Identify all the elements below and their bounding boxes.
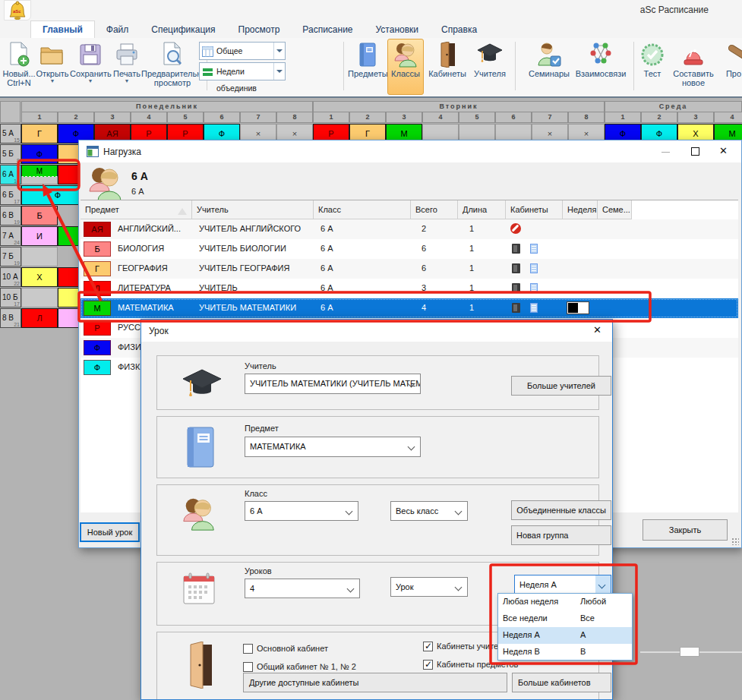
class-row-header[interactable]: 6 В19 — [0, 206, 21, 225]
maximize-button[interactable] — [680, 140, 710, 162]
lesson-close-button[interactable] — [583, 320, 613, 342]
generate-button[interactable]: Составить новое — [668, 40, 718, 87]
subject-combo[interactable]: МАТЕМАТИКА — [245, 437, 421, 457]
class-row-header[interactable]: 10 А22 — [0, 267, 21, 287]
open-dropdown-arrow[interactable]: ▼ — [35, 78, 70, 84]
class-row-header[interactable]: 6 А14 — [0, 165, 21, 184]
new-group-button[interactable]: Новая группа — [511, 525, 611, 545]
other-rooms-button[interactable]: Другие доступные кабинеты — [243, 673, 507, 692]
resize-grip[interactable] — [731, 538, 739, 545]
week-option-1[interactable]: Любая неделяЛюбой — [498, 594, 632, 610]
table-row[interactable]: ГГЕОГРАФИЯУЧИТЕЛЬ ГЕОГРАФИЯ6 А61 — [81, 259, 738, 279]
whole-class-combo[interactable]: Весь класс — [390, 501, 468, 521]
lesson-type-combo[interactable]: Урок — [390, 577, 468, 597]
relations-molecule-icon — [573, 40, 629, 69]
relations-button[interactable]: Взаимосвязи — [573, 40, 629, 78]
class-group: Класс 6 А Весь класс Объединенные классы… — [156, 484, 599, 556]
close-button[interactable] — [709, 140, 740, 162]
splitter-handle[interactable] — [680, 647, 699, 657]
teacher-combo[interactable]: УЧИТЕЛЬ МАТЕМАТИКИ (УЧИТЕЛЬ МАТЕМ — [245, 374, 421, 394]
pro-button[interactable]: Про — [718, 40, 742, 78]
column-header-4[interactable]: Всего — [411, 200, 458, 219]
timetable-cell[interactable]: Г — [21, 124, 58, 143]
teachers-button[interactable]: Учителя — [471, 40, 509, 78]
column-header-2[interactable]: Учитель — [192, 200, 314, 219]
column-header-7[interactable]: Неделя — [563, 200, 598, 219]
class-row-header[interactable]: 5 Б8 — [0, 144, 21, 164]
view-mode-dropdown-arrow[interactable] — [273, 43, 285, 59]
period-number: 4 — [422, 112, 459, 123]
table-row[interactable]: ББИОЛОГИЯУЧИТЕЛЬ БИОЛОГИИ6 А61 — [81, 239, 738, 259]
table-row[interactable]: ЛЛИТЕРАТУРАУЧИТЕЛЬ6 А31 — [81, 279, 738, 298]
weeks-dropdown-arrow[interactable] — [273, 63, 285, 80]
close-dialog-button[interactable]: Закрыть — [643, 519, 728, 541]
class-row-header[interactable]: 5 А15 — [0, 124, 21, 143]
table-row-selected[interactable]: ММАТЕМАТИКАУЧИТЕЛЬ МАТЕМАТИКИ6 А41 — [81, 298, 738, 318]
menu-tab-1[interactable]: Главный — [30, 20, 95, 38]
timetable-cell[interactable]: Б — [21, 206, 58, 225]
timetable-cell[interactable]: И — [21, 226, 58, 246]
classes-button[interactable]: Классы — [389, 40, 422, 78]
print-button[interactable]: Печать ▼ — [111, 40, 143, 84]
load-dialog-titlebar[interactable]: Нагрузка — [79, 140, 741, 162]
save-dropdown-arrow[interactable]: ▼ — [70, 78, 111, 84]
week-option-3[interactable]: Неделя АА — [498, 627, 632, 644]
column-header-6[interactable]: Кабинеты — [506, 200, 563, 219]
lesson-dialog-titlebar[interactable]: Урок — [141, 320, 612, 342]
lessons-count-combo[interactable]: 4 — [245, 579, 360, 598]
period-number: 4 — [714, 112, 742, 123]
column-header-3[interactable]: Класс — [314, 200, 411, 219]
weeks-mode-combo[interactable]: Недели объединив — [199, 62, 286, 80]
joined-classes-button[interactable]: Объединенные классы — [511, 500, 611, 520]
cell-total: 2 — [422, 224, 426, 233]
class-row-header[interactable]: 6 Б17 — [0, 185, 21, 205]
seminars-button[interactable]: Семинары — [526, 40, 573, 78]
menu-tab-3[interactable]: Спецификация — [140, 21, 226, 38]
new-button[interactable]: Новый... Ctrl+N — [2, 40, 36, 87]
test-button[interactable]: Тест — [638, 40, 667, 78]
rooms-button[interactable]: Кабинеты — [425, 40, 469, 78]
menu-tab-2[interactable]: Файл — [95, 21, 141, 38]
timetable-cell-week-b[interactable] — [21, 177, 58, 184]
open-folder-icon — [35, 40, 70, 69]
save-button[interactable]: Сохранить ▼ — [70, 40, 111, 84]
column-header-8[interactable]: Семе... — [598, 200, 632, 219]
week-option-4[interactable]: Неделя ВВ — [498, 644, 632, 661]
more-rooms-button[interactable]: Больше кабинетов — [512, 673, 611, 692]
subject-color-badge: М — [84, 301, 111, 316]
class-row-header[interactable]: 7 А24 — [0, 226, 21, 246]
timetable-cell[interactable]: Х — [21, 267, 58, 287]
week-option-name: Неделя А — [503, 630, 540, 639]
menu-tab-6[interactable]: Установки — [365, 21, 430, 38]
subjects-button[interactable]: Предметы — [348, 40, 387, 78]
lesson-dialog-title: Урок — [149, 326, 169, 336]
class-combo[interactable]: 6 А — [245, 501, 358, 521]
menu-tab-7[interactable]: Справка — [430, 21, 488, 38]
week-option-2[interactable]: Все неделиВсе — [498, 610, 632, 627]
class-row-header[interactable]: 8 В21 — [0, 308, 21, 328]
view-mode-combo[interactable]: Общее — [199, 42, 286, 60]
timetable-cell[interactable]: Л — [21, 308, 58, 328]
app-logo-bell-icon[interactable]: aSc — [4, 0, 31, 20]
timetable-cell[interactable] — [21, 288, 58, 307]
class-row-header[interactable]: 7 Б19 — [0, 247, 21, 266]
menu-tab-5[interactable]: Расписание — [291, 21, 364, 38]
timetable-cell[interactable] — [21, 247, 58, 266]
menu-tab-4[interactable]: Просмотр — [227, 21, 292, 38]
asc-timetables-window: aSc aSc Расписание ГлавныйФайлСпецификац… — [0, 0, 742, 700]
more-teachers-button[interactable]: Больше учителей — [511, 376, 611, 396]
new-lesson-button[interactable]: Новый урок — [80, 522, 140, 542]
column-header-1[interactable]: Предмет — [81, 200, 192, 219]
open-button[interactable]: Открыть ▼ — [35, 40, 70, 84]
table-row[interactable]: АЯАНГЛИЙСКИЙ...УЧИТЕЛЬ АНГЛИЙСКОГО6 А21 — [81, 219, 738, 239]
column-header-5[interactable]: Длина — [458, 200, 506, 219]
week-combo[interactable]: Неделя А — [514, 575, 611, 594]
class-row-header[interactable]: 10 Б17 — [0, 288, 21, 307]
print-dropdown-arrow[interactable]: ▼ — [111, 78, 143, 84]
print-preview-button[interactable]: Предварительный просмотр — [141, 40, 204, 87]
new-file-icon — [2, 40, 36, 69]
timetable-cell-week-a[interactable]: М — [21, 165, 58, 177]
timetable-cell[interactable]: Ф — [21, 144, 58, 164]
minimize-button[interactable] — [650, 140, 680, 162]
week-dropdown-list[interactable]: Любая неделяЛюбойВсе неделиВсеНеделя ААН… — [497, 593, 633, 661]
